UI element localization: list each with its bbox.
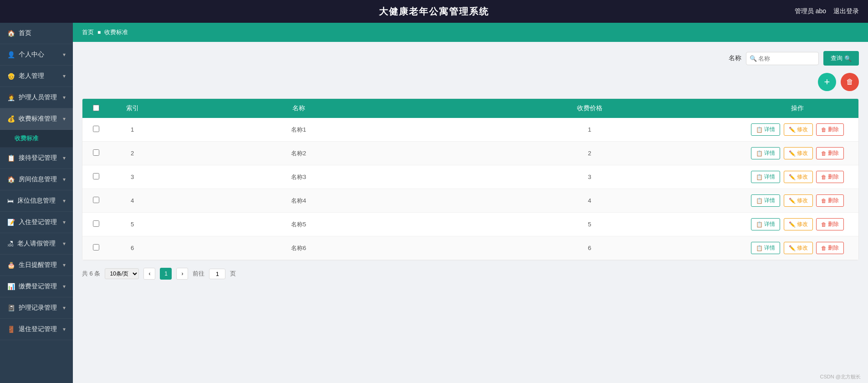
row-actions-1: 📋 详情 ✏️ 修改 🗑 删除 — [736, 142, 858, 165]
edit-button-2[interactable]: ✏️ 修改 — [784, 171, 813, 183]
sidebar-sub-item-4-0[interactable]: 收费标准 — [0, 130, 73, 148]
table-header-index: 索引 — [110, 99, 154, 118]
row-checkbox-0[interactable] — [82, 118, 110, 142]
detail-icon-5: 📋 — [756, 245, 763, 251]
row-check-4[interactable] — [93, 220, 99, 227]
sidebar-label-11: 缴费登记管理 — [19, 282, 63, 291]
sidebar-item-3[interactable]: 👩‍⚕️ 护理人员管理 ▾ — [0, 87, 73, 108]
sidebar-icon-2: 👴 — [7, 72, 15, 80]
edit-button-4[interactable]: ✏️ 修改 — [784, 218, 813, 230]
sidebar-icon-7: 🛏 — [7, 197, 14, 204]
sidebar-item-1[interactable]: 👤 个人中心 ▾ — [0, 44, 73, 66]
detail-button-2[interactable]: 📋 详情 — [751, 171, 780, 183]
table-row: 6 名称6 6 📋 详情 ✏️ 修改 🗑 删除 — [82, 236, 858, 260]
sidebar-item-11[interactable]: 📊 缴费登记管理 ▾ — [0, 276, 73, 297]
row-checkbox-3[interactable] — [82, 189, 110, 213]
user-info: 管理员 abo — [795, 7, 826, 15]
delete-button-2[interactable]: 🗑 删除 — [816, 171, 844, 183]
delete-button-1[interactable]: 🗑 删除 — [816, 147, 844, 159]
delete-button-0[interactable]: 🗑 删除 — [816, 123, 844, 136]
delete-button-5[interactable]: 🗑 删除 — [816, 242, 844, 254]
sidebar-item-0[interactable]: 🏠 首页 — [0, 23, 73, 44]
sidebar-icon-1: 👤 — [7, 51, 15, 58]
bulk-delete-button[interactable]: 🗑 — [841, 73, 859, 91]
breadcrumb-home[interactable]: 首页 — [82, 28, 94, 36]
detail-button-4[interactable]: 📋 详情 — [751, 218, 780, 230]
next-page-button[interactable]: › — [176, 268, 188, 280]
goto-label: 前往 — [193, 270, 204, 278]
goto-input[interactable] — [209, 269, 225, 279]
action-bar: + 🗑 — [82, 73, 859, 91]
table-header-action: 操作 — [736, 99, 858, 118]
sidebar-icon-4: 💰 — [7, 115, 15, 123]
sidebar-label-10: 生日提醒管理 — [19, 261, 63, 269]
sidebar-arrow-7: ▾ — [63, 198, 66, 204]
sidebar-item-10[interactable]: 🎂 生日提醒管理 ▾ — [0, 255, 73, 276]
search-input[interactable] — [746, 52, 819, 65]
sidebar-icon-11: 📊 — [7, 283, 15, 290]
row-index-2: 3 — [110, 165, 154, 189]
edit-button-5[interactable]: ✏️ 修改 — [784, 242, 813, 254]
content-area: 名称 🔍 查询 🔍 + 🗑 — [73, 42, 868, 371]
row-checkbox-1[interactable] — [82, 142, 110, 165]
edit-button-0[interactable]: ✏️ 修改 — [784, 123, 813, 136]
row-name-4: 名称5 — [154, 213, 443, 236]
search-button[interactable]: 查询 🔍 — [823, 51, 859, 66]
select-all-checkbox[interactable] — [93, 105, 99, 111]
sidebar-icon-3: 👩‍⚕️ — [7, 94, 15, 101]
header-right: 管理员 abo 退出登录 — [795, 7, 859, 15]
app-title: 大健康老年公寓管理系统 — [379, 5, 489, 18]
sidebar-item-7[interactable]: 🛏 床位信息管理 ▾ — [0, 190, 73, 212]
table-header-name: 名称 — [154, 99, 443, 118]
add-button[interactable]: + — [818, 73, 836, 91]
row-check-2[interactable] — [93, 173, 99, 179]
sidebar-item-5[interactable]: 📋 接待登记管理 ▾ — [0, 148, 73, 169]
sidebar-arrow-9: ▾ — [63, 240, 66, 247]
edit-icon-1: ✏️ — [789, 150, 796, 157]
delete-button-3[interactable]: 🗑 删除 — [816, 194, 844, 207]
row-checkbox-4[interactable] — [82, 213, 110, 236]
prev-page-button[interactable]: ‹ — [143, 268, 155, 280]
row-price-2: 3 — [443, 165, 736, 189]
sidebar-label-13: 退住登记管理 — [19, 325, 63, 333]
sidebar-label-6: 房间信息管理 — [19, 175, 63, 184]
row-actions-0: 📋 详情 ✏️ 修改 🗑 删除 — [736, 118, 858, 142]
edit-button-1[interactable]: ✏️ 修改 — [784, 147, 813, 159]
current-page[interactable]: 1 — [160, 268, 172, 280]
search-icon: 🔍 — [750, 55, 757, 62]
table-row: 1 名称1 1 📋 详情 ✏️ 修改 🗑 删除 — [82, 118, 858, 142]
row-checkbox-2[interactable] — [82, 165, 110, 189]
row-name-2: 名称3 — [154, 165, 443, 189]
sidebar-arrow-3: ▾ — [63, 94, 66, 101]
row-checkbox-5[interactable] — [82, 236, 110, 260]
detail-button-1[interactable]: 📋 详情 — [751, 147, 780, 159]
table-header-checkbox[interactable] — [82, 99, 110, 118]
table-row: 2 名称2 2 📋 详情 ✏️ 修改 🗑 删除 — [82, 142, 858, 165]
detail-button-3[interactable]: 📋 详情 — [751, 194, 780, 207]
sidebar-label-5: 接待登记管理 — [19, 154, 63, 162]
sidebar-item-4[interactable]: 💰 收费标准管理 ▾ — [0, 108, 73, 130]
page-size-select[interactable]: 10条/页 20条/页 50条/页 — [105, 268, 139, 279]
sidebar-item-8[interactable]: 📝 入住登记管理 ▾ — [0, 212, 73, 233]
sidebar-item-2[interactable]: 👴 老人管理 ▾ — [0, 66, 73, 87]
search-bar: 名称 🔍 查询 🔍 — [82, 51, 859, 66]
delete-button-4[interactable]: 🗑 删除 — [816, 218, 844, 230]
row-price-5: 6 — [443, 236, 736, 260]
sidebar-item-6[interactable]: 🏠 房间信息管理 ▾ — [0, 169, 73, 190]
row-check-3[interactable] — [93, 197, 99, 203]
row-check-0[interactable] — [93, 126, 99, 132]
edit-button-3[interactable]: ✏️ 修改 — [784, 194, 813, 207]
detail-button-5[interactable]: 📋 详情 — [751, 242, 780, 254]
sidebar-item-12[interactable]: 📓 护理记录管理 ▾ — [0, 297, 73, 319]
logout-button[interactable]: 退出登录 — [833, 7, 859, 15]
detail-icon-3: 📋 — [756, 198, 763, 204]
row-check-5[interactable] — [93, 244, 99, 250]
sidebar-item-9[interactable]: 🏖 老人请假管理 ▾ — [0, 233, 73, 255]
sidebar-item-13[interactable]: 🚪 退住登记管理 ▾ — [0, 319, 73, 340]
sidebar-label-3: 护理人员管理 — [19, 93, 63, 102]
sidebar-label-8: 入住登记管理 — [19, 218, 63, 226]
search-btn-icon: 🔍 — [844, 55, 852, 62]
table-row: 5 名称5 5 📋 详情 ✏️ 修改 🗑 删除 — [82, 213, 858, 236]
detail-button-0[interactable]: 📋 详情 — [751, 123, 780, 136]
row-check-1[interactable] — [93, 149, 99, 156]
